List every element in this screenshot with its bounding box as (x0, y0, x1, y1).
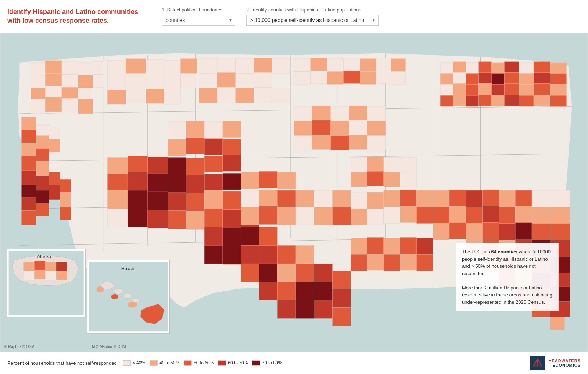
svg-rect-127 (168, 174, 186, 192)
svg-rect-161 (277, 300, 296, 319)
svg-rect-265 (519, 95, 534, 106)
brand-text: HEADWATERS ECONOMICS (549, 359, 581, 367)
svg-rect-67 (164, 90, 181, 104)
svg-rect-102 (519, 63, 534, 74)
svg-rect-88 (311, 71, 327, 84)
legend-swatch-3 (184, 360, 192, 366)
svg-rect-118 (128, 156, 148, 172)
svg-rect-62 (164, 75, 181, 90)
svg-rect-180 (333, 190, 351, 207)
svg-rect-20 (21, 198, 36, 211)
svg-rect-57 (164, 61, 181, 75)
svg-rect-158 (277, 245, 296, 264)
svg-rect-171 (333, 308, 351, 326)
svg-rect-131 (186, 175, 204, 193)
svg-rect-170 (333, 289, 351, 308)
legend-title: Percent of households that have not self… (7, 360, 117, 366)
svg-rect-117 (107, 209, 128, 227)
svg-rect-262 (479, 95, 492, 106)
svg-rect-137 (223, 139, 241, 156)
svg-rect-183 (277, 207, 296, 225)
svg-rect-189 (351, 209, 367, 225)
svg-rect-253 (479, 83, 492, 95)
svg-rect-69 (217, 58, 236, 73)
svg-rect-167 (314, 282, 333, 300)
svg-rect-143 (204, 209, 223, 227)
svg-rect-126 (168, 157, 186, 174)
svg-rect-111 (519, 73, 534, 84)
svg-rect-269 (312, 106, 331, 120)
svg-rect-18 (21, 170, 36, 185)
svg-rect-192 (367, 157, 384, 171)
svg-rect-281 (349, 135, 367, 150)
svg-rect-103 (534, 62, 550, 73)
svg-rect-273 (294, 121, 312, 136)
svg-rect-223 (532, 190, 550, 207)
svg-rect-299 (23, 262, 34, 271)
svg-rect-279 (312, 135, 331, 150)
svg-rect-100 (492, 63, 505, 74)
svg-rect-303 (23, 271, 34, 280)
svg-rect-165 (296, 300, 314, 319)
control-group-1: 1. Select political boundaries counties … (162, 7, 235, 26)
svg-rect-90 (343, 71, 360, 84)
title-area: Identify Hispanic and Latino communities… (7, 8, 147, 25)
svg-rect-296 (223, 155, 241, 171)
svg-rect-75 (236, 73, 254, 88)
svg-rect-168 (314, 300, 333, 319)
svg-rect-278 (294, 136, 312, 150)
legend-label-3: 50 to 60% (194, 360, 214, 366)
svg-rect-85 (343, 58, 360, 71)
svg-rect-87 (294, 72, 311, 85)
svg-rect-151 (241, 227, 259, 246)
svg-rect-175 (241, 190, 259, 207)
svg-rect-16 (21, 143, 36, 156)
svg-rect-24 (36, 149, 49, 161)
svg-rect-177 (277, 190, 296, 207)
svg-rect-54 (107, 61, 126, 75)
svg-rect-264 (504, 95, 519, 106)
svg-rect-219 (466, 224, 483, 240)
svg-rect-145 (204, 245, 223, 264)
svg-rect-275 (331, 121, 349, 136)
boundaries-select[interactable]: counties census tracts zip codes (162, 15, 235, 26)
svg-rect-33 (60, 179, 71, 192)
svg-rect-95 (391, 72, 406, 85)
svg-rect-216 (515, 206, 532, 223)
svg-rect-84 (327, 59, 344, 72)
svg-rect-259 (440, 95, 453, 106)
svg-rect-214 (483, 206, 499, 223)
svg-rect-225 (532, 224, 550, 240)
svg-rect-108 (479, 73, 492, 84)
attribution-main: © Mapbox © OSM (4, 345, 34, 349)
svg-rect-128 (168, 192, 186, 211)
svg-rect-37 (45, 61, 62, 74)
svg-rect-301 (45, 262, 56, 271)
svg-rect-280 (331, 136, 349, 150)
svg-rect-283 (351, 238, 367, 254)
svg-rect-169 (333, 271, 351, 289)
svg-rect-66 (146, 89, 164, 103)
svg-rect-109 (492, 73, 505, 84)
svg-rect-178 (296, 190, 314, 207)
svg-rect-59 (107, 75, 126, 90)
svg-rect-49 (78, 88, 93, 99)
svg-rect-205 (433, 190, 449, 207)
population-select[interactable]: > 10,000 people self-identify as Hispani… (246, 15, 379, 26)
svg-rect-291 (400, 254, 417, 270)
svg-rect-26 (36, 176, 49, 190)
svg-rect-25 (36, 161, 49, 176)
svg-rect-211 (433, 207, 449, 224)
svg-rect-77 (199, 88, 217, 103)
legend-item-1: < 40% (123, 360, 145, 366)
svg-rect-51 (45, 97, 62, 112)
svg-rect-208 (483, 190, 499, 206)
svg-rect-135 (186, 138, 204, 154)
legend-swatch-2 (150, 360, 158, 366)
svg-rect-154 (259, 227, 277, 246)
svg-rect-47 (45, 86, 62, 97)
legend-swatch-4 (218, 360, 226, 366)
header: Identify Hispanic and Latino communities… (0, 0, 588, 33)
svg-rect-76 (254, 73, 272, 88)
info-line2: More than 2 million Hispanic or Latino r… (462, 284, 552, 306)
